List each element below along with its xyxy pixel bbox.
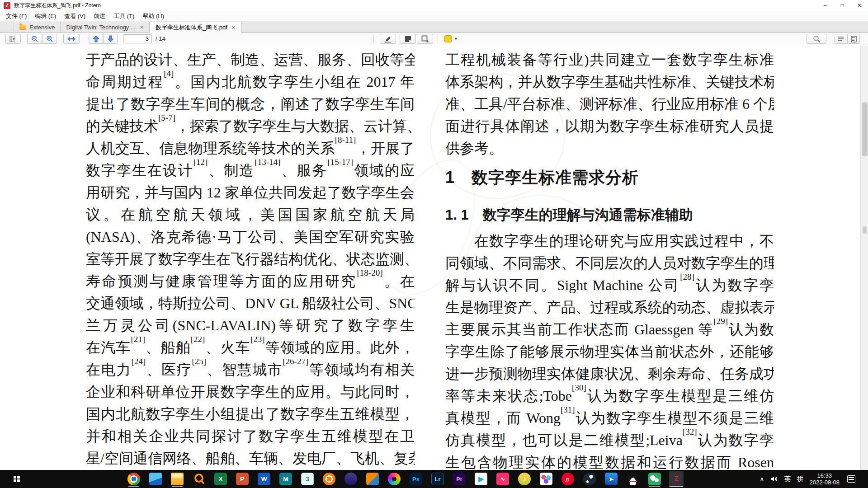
photoshop-icon: Ps xyxy=(410,473,422,485)
pdf-text-line: 同领域、不同需求、不同层次的人员对数字孪生的理 xyxy=(445,252,774,274)
tab-pdf-active[interactable]: 数字孪生标准体系_陶飞.pdf ✕ xyxy=(150,22,241,33)
pdf-text-line: 室等开展了数字孪生在飞行器结构优化、状态监测、 xyxy=(86,248,415,270)
maya-icon: M xyxy=(279,473,292,485)
taskbar-zotero-icon[interactable]: Z xyxy=(669,471,684,487)
taskbar-maya-icon[interactable]: M xyxy=(278,471,293,487)
taskbar-davinci-icon[interactable] xyxy=(387,471,401,487)
page-down-button[interactable] xyxy=(103,34,118,44)
taskbar-laptop-icon[interactable] xyxy=(148,471,163,487)
pdf-column-right: 工程机械装备等行业)共同建立一套数字孪生标准体系架构，并从数字孪生基础共性标准、… xyxy=(445,49,774,470)
vertical-scrollbar[interactable] xyxy=(860,46,868,470)
search-icon xyxy=(194,474,203,483)
taskbar-qq-music-icon[interactable]: ♪ xyxy=(517,471,532,487)
pdf-text-line: 面进行具体阐述，以期为数字孪生标准研究人员提 xyxy=(445,115,774,137)
tray-chevron-up-icon[interactable]: ∧ xyxy=(760,475,764,483)
tab-digital-twin[interactable]: Digital Twin: Technology ... ✕ xyxy=(61,22,150,33)
page-total-label: / 14 xyxy=(156,34,165,43)
fit-width-button[interactable] xyxy=(63,34,80,44)
menu-item-3[interactable]: 前进 xyxy=(90,11,109,21)
taskbar-blue-bird-icon[interactable]: ➤ xyxy=(604,471,618,487)
pdf-text-line: 仿真模型，也可以是二维模型;Leiva[32]认为数字孪 xyxy=(445,429,774,451)
tray-clock[interactable]: 16:33 2022-08-08 xyxy=(810,472,840,486)
taskbar-recorder-icon[interactable] xyxy=(322,471,336,487)
maximize-button[interactable]: □ xyxy=(834,0,851,11)
explorer-icon xyxy=(171,473,184,485)
pdf-text-line: 在数字孪生的理论研究与应用实践过程中，不 xyxy=(445,230,774,252)
taskbar-qq-icon[interactable] xyxy=(626,471,640,487)
minimize-button[interactable]: – xyxy=(816,0,834,11)
toc-pane-button[interactable] xyxy=(835,34,847,44)
taskbar-chrome-icon[interactable] xyxy=(127,471,141,487)
zotero-window: Z 数字孪生标准体系_陶飞.pdf - Zotero – □ ✕ 文件 (F)编… xyxy=(0,0,868,488)
scrollbar-thumb[interactable] xyxy=(862,102,868,156)
menu-item-2[interactable]: 查看 (V) xyxy=(60,11,90,21)
page-up-button[interactable] xyxy=(89,34,103,44)
sidebar-toggle-button[interactable] xyxy=(5,34,21,44)
taskbar-word-icon[interactable]: W xyxy=(257,471,271,487)
lightroom-icon: Lr xyxy=(431,473,444,485)
pdf-text-line: 兰万灵公司(SNC-LAVALIN)等研究了数字孪生 xyxy=(86,314,415,337)
action-center-icon[interactable] xyxy=(847,475,855,483)
ime-pinyin-indicator[interactable]: 拼 xyxy=(797,475,804,483)
pdf-text-line: 提出了数字孪生车间的概念，阐述了数字孪生车间 xyxy=(86,93,415,115)
tab-bar: Extensive Digital Twin: Technology ... ✕… xyxy=(0,22,868,33)
taskbar-vmware-icon[interactable] xyxy=(365,471,380,487)
area-select-icon xyxy=(421,35,429,42)
taskbar-max3ds-icon[interactable]: 3 xyxy=(300,471,315,487)
menu-item-5[interactable]: 帮助 (H) xyxy=(138,11,168,21)
pdf-right-intro: 工程机械装备等行业)共同建立一套数字孪生标准体系架构，并从数字孪生基础共性标准、… xyxy=(445,49,774,160)
menu-item-4[interactable]: 工具 (T) xyxy=(109,11,138,21)
zoom-out-button[interactable] xyxy=(27,34,42,44)
steam-icon xyxy=(583,473,596,485)
highlight-tool-button[interactable] xyxy=(380,34,396,44)
ime-language-indicator[interactable]: 英 xyxy=(784,475,791,483)
page-down-icon xyxy=(107,35,114,42)
start-button[interactable] xyxy=(8,470,29,488)
taskbar-excel-icon[interactable]: X xyxy=(213,471,228,487)
wechat-icon xyxy=(648,473,661,485)
window-title: 数字孪生标准体系_陶飞.pdf - Zotero xyxy=(14,2,101,9)
toc-list-icon xyxy=(838,36,844,42)
taskbar-wechat-icon[interactable] xyxy=(647,471,662,487)
taskbar-steam-icon[interactable] xyxy=(582,471,597,487)
scrollbar-mark xyxy=(863,226,867,234)
tab-close-icon[interactable]: ✕ xyxy=(231,25,236,31)
highlighter-icon xyxy=(384,35,392,42)
taskbar-explorer-icon[interactable] xyxy=(170,471,184,487)
pdf-text-line: 工程机械装备等行业)共同建立一套数字孪生标准 xyxy=(445,49,774,71)
title-bar: Z 数字孪生标准体系_陶飞.pdf - Zotero – □ ✕ xyxy=(0,0,868,11)
menu-item-0[interactable]: 文件 (F) xyxy=(2,11,31,21)
pdf-page[interactable]: 于产品的设计、生产、制造、运营、服务、回收等全生命周期过程[4]。国内北航数字孪… xyxy=(0,46,868,470)
tab-close-icon[interactable]: ✕ xyxy=(140,24,144,30)
taskbar-pink-video-icon[interactable]: ∿ xyxy=(495,471,510,487)
find-in-document-button[interactable] xyxy=(807,34,826,44)
zoom-in-icon xyxy=(46,35,53,42)
chevron-down-icon: ▼ xyxy=(454,37,458,41)
section-heading-1: 1 数字孪生标准需求分析 xyxy=(445,167,774,188)
zoom-in-button[interactable] xyxy=(42,34,57,44)
section-heading-1-1: 1. 1 数字孪生的理解与沟通需标准辅助 xyxy=(445,206,774,224)
page-number-input[interactable]: 3 xyxy=(123,34,152,43)
taskbar-netease-music-icon[interactable]: ♬ xyxy=(561,471,575,487)
taskbar-powerpoint-icon[interactable]: P xyxy=(235,471,250,487)
eclipse-icon xyxy=(344,473,357,485)
volume-icon[interactable] xyxy=(770,475,778,483)
taskbar-tencent-video-icon[interactable]: ▶ xyxy=(474,471,488,487)
annotations-pane-button[interactable] xyxy=(847,34,860,44)
close-button[interactable]: ✕ xyxy=(851,0,868,11)
taskbar-photo-app-icon[interactable] xyxy=(539,471,553,487)
taskbar-search-icon[interactable] xyxy=(192,471,206,487)
taskbar-premiere-icon[interactable]: Pr xyxy=(452,471,467,487)
menu-item-1[interactable]: 编辑 (E) xyxy=(31,11,60,21)
tray-date: 2022-08-08 xyxy=(810,479,840,486)
tab-library[interactable]: Extensive xyxy=(14,22,61,33)
show-desktop-strip[interactable] xyxy=(865,470,867,488)
area-select-tool-button[interactable] xyxy=(417,34,433,44)
taskbar-lightroom-icon[interactable]: Lr xyxy=(430,471,445,487)
taskbar-eclipse-icon[interactable] xyxy=(344,471,358,487)
note-tool-button[interactable] xyxy=(400,34,416,44)
pdf-text-line: 供参考。 xyxy=(445,137,774,160)
pdf-text-line: 人机交互、信息物理系统等技术的关系[8-11]，开展了 xyxy=(86,137,415,160)
annotation-color-button[interactable]: ▼ xyxy=(441,34,461,44)
taskbar-photoshop-icon[interactable]: Ps xyxy=(409,471,423,487)
